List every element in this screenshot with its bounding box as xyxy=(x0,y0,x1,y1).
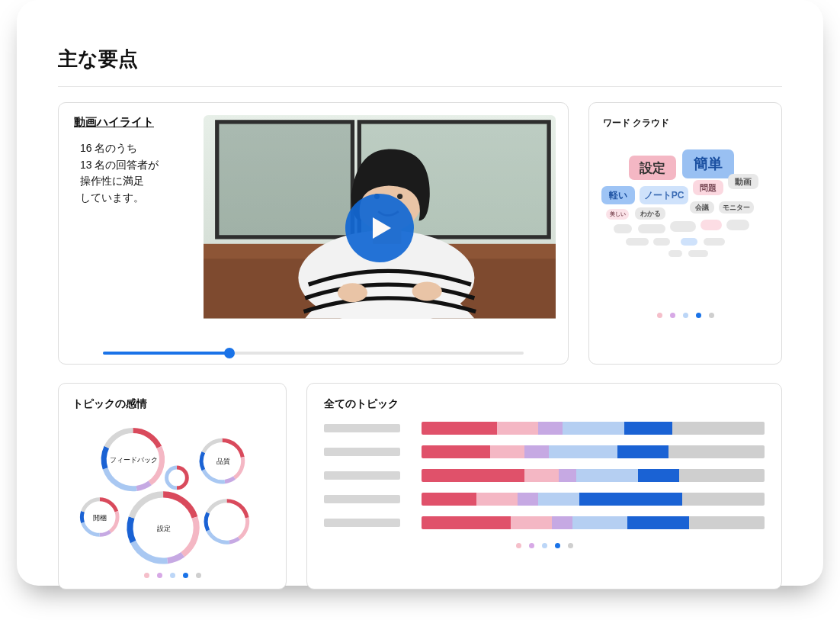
pager-dot[interactable] xyxy=(555,543,560,548)
divider xyxy=(58,86,782,87)
word-cloud-tag[interactable] xyxy=(726,220,749,230)
word-cloud-title: ワード クラウド xyxy=(603,117,772,130)
sentiment-bubble-label: 設定 xyxy=(157,524,171,534)
sentiment-pager[interactable] xyxy=(72,573,272,578)
topic-name-placeholder xyxy=(324,495,400,503)
pager-dot[interactable] xyxy=(144,573,149,578)
word-cloud-card: ワード クラウド 設定簡単軽いノートPC問題動画美しいわかる会議モニター xyxy=(588,102,782,365)
sentiment-bubbles: フィードバック品質開梱設定 xyxy=(72,422,272,567)
word-cloud-tag[interactable]: 問題 xyxy=(693,180,723,195)
svg-rect-1 xyxy=(217,122,353,237)
topic-row xyxy=(324,516,765,529)
pager-dot[interactable] xyxy=(568,543,573,548)
pager-dot[interactable] xyxy=(709,313,714,318)
pager-dot[interactable] xyxy=(657,313,662,318)
pager-dot[interactable] xyxy=(529,543,534,548)
video-progress[interactable] xyxy=(103,352,524,355)
svg-point-12 xyxy=(338,283,367,302)
pager-dot[interactable] xyxy=(170,573,175,578)
word-cloud-tag[interactable]: わかる xyxy=(635,207,665,220)
topic-bar xyxy=(422,469,765,482)
word-cloud-tag[interactable] xyxy=(614,224,632,233)
topic-bar xyxy=(422,516,765,529)
page-title: 主な要点 xyxy=(58,46,782,72)
video-highlight-summary: 16 名のうち13 名の回答者が操作性に満足しています。 xyxy=(74,140,204,207)
word-cloud-tag[interactable]: モニター xyxy=(719,201,754,214)
pager-dot[interactable] xyxy=(516,543,521,548)
topic-bar xyxy=(422,422,765,435)
word-cloud-tag[interactable]: 設定 xyxy=(629,156,676,180)
topic-row xyxy=(324,493,765,506)
word-cloud-pager[interactable] xyxy=(598,313,772,318)
sentiment-bubble-label: フィードバック xyxy=(110,455,158,465)
svg-point-13 xyxy=(412,282,442,301)
app-window: 主な要点 動画ハイライト 16 名のうち13 名の回答者が操作性に満足しています… xyxy=(17,0,823,586)
video-highlight-title: 動画ハイライト xyxy=(74,115,204,130)
pager-dot[interactable] xyxy=(696,313,701,318)
topic-name-placeholder xyxy=(324,448,400,456)
pager-dot[interactable] xyxy=(542,543,547,548)
play-button[interactable] xyxy=(345,194,414,262)
video-thumbnail[interactable] xyxy=(204,115,556,341)
topic-sentiment-title: トピックの感情 xyxy=(72,397,272,411)
word-cloud-tag[interactable] xyxy=(701,220,722,230)
topic-name-placeholder xyxy=(324,471,400,480)
word-cloud-tag[interactable] xyxy=(668,250,682,257)
video-highlight-card: 動画ハイライト 16 名のうち13 名の回答者が操作性に満足しています。 xyxy=(58,102,569,365)
word-cloud-tag[interactable] xyxy=(653,238,670,246)
word-cloud-tag[interactable] xyxy=(626,238,649,246)
sentiment-bubble-label: 開梱 xyxy=(93,513,107,523)
all-topics-title: 全てのトピック xyxy=(324,397,765,411)
pager-dot[interactable] xyxy=(683,313,688,318)
sentiment-bubble-label: 品質 xyxy=(216,457,230,467)
all-topics-card: 全てのトピック xyxy=(306,383,782,589)
word-cloud-tag[interactable]: 会議 xyxy=(690,201,714,214)
word-cloud-tag[interactable]: 簡単 xyxy=(682,149,734,178)
topic-row xyxy=(324,445,765,458)
topic-bar xyxy=(422,493,765,506)
word-cloud-tag[interactable] xyxy=(670,221,696,232)
word-cloud-tag[interactable] xyxy=(681,238,697,246)
topic-name-placeholder xyxy=(324,519,400,527)
topic-bar xyxy=(422,445,765,458)
video-progress-handle[interactable] xyxy=(224,348,235,358)
word-cloud-tag[interactable]: ノートPC xyxy=(640,186,688,204)
pager-dot[interactable] xyxy=(196,573,201,578)
topic-row xyxy=(324,422,765,435)
topics-pager[interactable] xyxy=(324,543,765,548)
topic-row xyxy=(324,469,765,482)
word-cloud-tag[interactable]: 動画 xyxy=(728,174,758,189)
word-cloud-tag[interactable] xyxy=(688,250,708,257)
pager-dot[interactable] xyxy=(157,573,162,578)
word-cloud-tag[interactable] xyxy=(638,224,665,233)
word-cloud-tag[interactable] xyxy=(704,238,725,246)
word-cloud-tag[interactable]: 美しい xyxy=(606,209,629,220)
pager-dot[interactable] xyxy=(670,313,675,318)
word-cloud-tag[interactable]: 軽い xyxy=(601,186,635,204)
word-cloud: 設定簡単軽いノートPC問題動画美しいわかる会議モニター xyxy=(598,146,772,307)
pager-dot[interactable] xyxy=(183,573,188,578)
topic-sentiment-card: トピックの感情 フィードバック品質開梱設定 xyxy=(58,383,287,589)
topic-name-placeholder xyxy=(324,424,400,432)
